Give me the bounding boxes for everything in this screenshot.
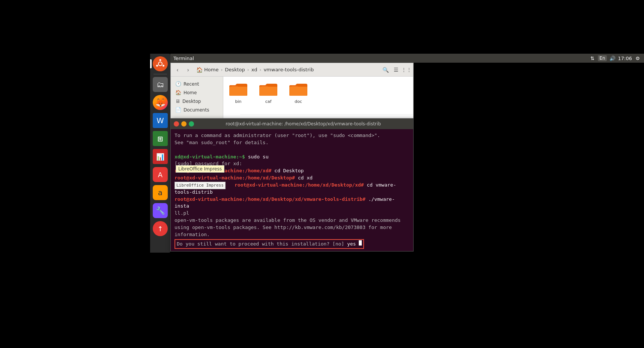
volume-icon[interactable]: 🔊: [609, 55, 616, 62]
terminal-line-openvm3: information.: [175, 231, 409, 238]
amazon-icon: a: [153, 185, 168, 200]
writer-icon: W: [153, 113, 168, 128]
fm-toolbar-right: 🔍 ☰ ⋮⋮: [381, 65, 411, 74]
launcher-item-settings[interactable]: 🔧: [152, 202, 169, 219]
desktop: Terminal ⇅ En 🔊 17:06 ⚙: [0, 0, 644, 348]
topbar: Terminal ⇅ En 🔊 17:06 ⚙: [170, 54, 644, 63]
launcher-item-files[interactable]: 🗂: [152, 76, 169, 93]
folder-doc-icon: [288, 80, 308, 98]
update-manager-icon: ↑: [153, 221, 168, 236]
terminal-title: root@xd-virtual-machine: /home/xd/Deskto…: [196, 121, 410, 127]
svg-rect-8: [230, 87, 247, 95]
launcher-item-software[interactable]: A: [152, 166, 169, 183]
terminal-minimize-button[interactable]: [181, 121, 187, 127]
folder-caf-icon: [258, 80, 278, 98]
fm-sidebar-home[interactable]: 🏠 Home: [171, 88, 223, 97]
launcher-item-amazon[interactable]: a: [152, 184, 169, 201]
fm-search-button[interactable]: 🔍: [381, 65, 390, 74]
launcher-item-firefox[interactable]: 🦊: [152, 94, 169, 111]
terminal-body[interactable]: To run a command as administrator (user …: [171, 129, 413, 251]
svg-point-2: [159, 59, 161, 61]
settings-icon[interactable]: ⚙: [634, 55, 641, 62]
svg-rect-12: [260, 87, 277, 95]
desktop-icon: 🖥: [175, 98, 180, 104]
impress-icon: 📊: [153, 149, 168, 164]
terminal-input-box[interactable]: Do you still want to proceed with this i…: [175, 239, 364, 249]
launcher-item-impress[interactable]: 📊: [152, 148, 169, 165]
terminal-line-info1: To run a command as administrator (user …: [175, 132, 409, 139]
recent-icon: 🕐: [175, 81, 181, 87]
impress-overlay-label: LibreOffice Impress: [175, 182, 226, 189]
fm-breadcrumb: 🏠 Home › Desktop › xd › vmware-tools-dis…: [194, 66, 379, 74]
impress-tooltip: LibreOffice Impress: [176, 165, 224, 173]
terminal-line-blank: [175, 146, 409, 154]
terminal-maximize-button[interactable]: [189, 121, 194, 127]
launcher-item-calc[interactable]: ⊞: [152, 130, 169, 147]
fm-sidebar-documents[interactable]: 📄 Documents: [171, 105, 223, 114]
documents-icon: 📄: [175, 107, 181, 113]
home-sidebar-icon: 🏠: [175, 90, 181, 95]
folder-svg-caf: [259, 81, 277, 96]
svg-point-3: [156, 65, 158, 67]
topbar-right: ⇅ En 🔊 17:06 ⚙: [589, 55, 641, 62]
fm-grid-view-button[interactable]: ⋮⋮: [402, 65, 411, 74]
terminal-line-openvm2: using open-vm-tools packages. See http:/…: [175, 224, 409, 231]
terminal-cursor: [359, 240, 362, 246]
terminal-input-line[interactable]: Do you still want to proceed with this i…: [175, 239, 409, 249]
home-icon: 🏠: [196, 67, 203, 73]
terminal-line-info2: See "man sudo_root" for details.: [175, 139, 409, 146]
launcher-item-ubuntu[interactable]: [152, 55, 169, 72]
launcher-item-updates[interactable]: ↑: [152, 220, 169, 237]
fm-sidebar-desktop[interactable]: 🖥 Desktop: [171, 97, 223, 105]
files-icon: 🗂: [153, 77, 168, 92]
fm-toolbar: ‹ › 🏠 Home › Desktop › xd › vmware-tools…: [171, 63, 413, 77]
folder-svg-doc: [289, 81, 307, 96]
topbar-left: Terminal: [173, 56, 194, 61]
network-icon[interactable]: ⇅: [589, 55, 596, 62]
folder-bin-label: bin: [235, 99, 241, 104]
terminal-line-cd-xd: root@xd-virtual-machine:/home/xd/Desktop…: [175, 175, 409, 182]
launcher-divider-1: [153, 74, 167, 74]
breadcrumb-sep-2: ›: [247, 67, 249, 72]
folder-bin-icon: [228, 80, 248, 98]
fm-crumb-home[interactable]: 🏠 Home: [194, 66, 221, 74]
terminal-close-button[interactable]: [174, 121, 179, 127]
terminal-line-cd-vmware: LibreOffice Impress root@xd-virtual-mach…: [175, 182, 409, 196]
terminal-window: root@xd-virtual-machine: /home/xd/Deskto…: [170, 118, 414, 252]
terminal-line-install2: ll.pl: [175, 210, 409, 217]
terminal-line-openvm1: open-vm-tools packages are available fro…: [175, 217, 409, 224]
fm-list-view-button[interactable]: ☰: [391, 65, 400, 74]
folder-doc-label: doc: [295, 99, 302, 104]
ubuntu-svg: [155, 59, 166, 69]
folder-caf-label: caf: [265, 99, 272, 104]
fm-back-button[interactable]: ‹: [173, 65, 182, 74]
ubuntu-logo-icon: [153, 56, 168, 71]
topbar-title: Terminal: [173, 56, 194, 61]
terminal-titlebar: root@xd-virtual-machine: /home/xd/Deskto…: [171, 119, 413, 129]
fm-crumb-vmware[interactable]: vmware-tools-distrib: [261, 66, 316, 73]
fm-crumb-desktop[interactable]: Desktop: [223, 66, 247, 73]
svg-rect-16: [290, 87, 307, 95]
system-settings-icon: 🔧: [153, 203, 168, 218]
firefox-icon: 🦊: [153, 95, 168, 110]
fm-sidebar-recent[interactable]: 🕐 Recent: [171, 80, 223, 88]
launcher-item-writer[interactable]: W: [152, 112, 169, 129]
svg-point-4: [163, 65, 164, 67]
fm-forward-button[interactable]: ›: [184, 65, 193, 74]
language-indicator[interactable]: En: [598, 55, 606, 61]
launcher: 🗂 🦊 W ⊞ 📊: [150, 54, 170, 253]
fm-crumb-xd[interactable]: xd: [249, 66, 260, 73]
folder-svg-bin: [229, 81, 247, 96]
terminal-line-sudo: xd@xd-virtual-machine:~$ sudo su: [175, 154, 409, 161]
clock: 17:06: [618, 56, 632, 61]
software-center-icon: A: [153, 167, 168, 182]
calc-icon: ⊞: [153, 131, 168, 146]
terminal-line-install1: root@xd-virtual-machine:/home/xd/Desktop…: [175, 196, 409, 210]
